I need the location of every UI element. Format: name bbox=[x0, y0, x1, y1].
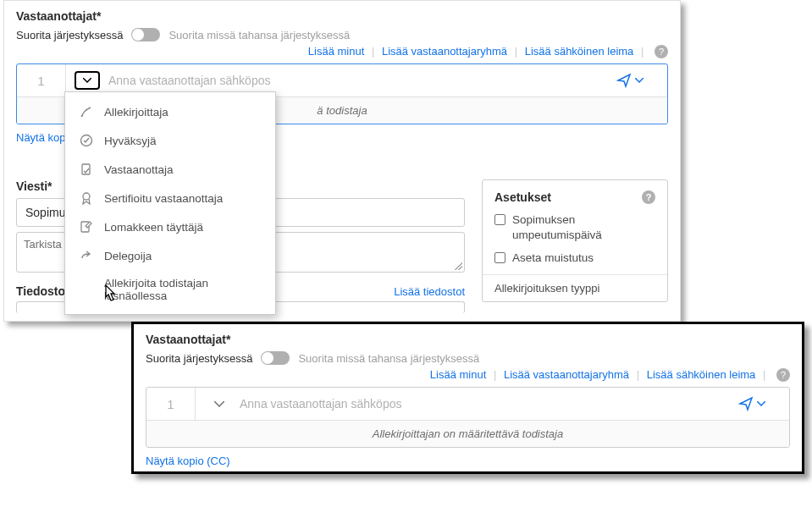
check-circle-icon bbox=[79, 133, 94, 148]
add-seal-link[interactable]: Lisää sähköinen leima bbox=[525, 45, 634, 58]
order-row: Suorita järjestyksessä Suorita missä tah… bbox=[146, 351, 790, 365]
reminder-option[interactable]: Aseta muistutus bbox=[494, 251, 655, 266]
compose-panel-inset: Vastaanottajat* Suorita järjestyksessä S… bbox=[131, 322, 804, 474]
role-option-delegator[interactable]: Delegoija bbox=[65, 241, 275, 270]
recipient-email-input[interactable]: Anna vastaanottajan sähköpos bbox=[108, 74, 616, 87]
role-option-approver[interactable]: Hyväksyjä bbox=[65, 126, 275, 155]
recipient-number: 1 bbox=[17, 64, 66, 96]
expiry-option[interactable]: Sopimuksen umpeutumispäivä bbox=[494, 212, 655, 242]
recipients-label: Vastaanottajat* bbox=[146, 333, 790, 346]
witness-note-row: Allekirjoittajan on määritettävä todista… bbox=[146, 420, 789, 447]
send-icon bbox=[738, 396, 754, 411]
witness-note: Allekirjoittajan on määritettävä todista… bbox=[373, 427, 563, 440]
role-dropdown[interactable] bbox=[75, 71, 100, 90]
role-option-acceptor[interactable]: Vastaanottaja bbox=[65, 155, 275, 184]
role-option-signer[interactable]: Allekirjoittaja bbox=[65, 97, 275, 126]
add-me-link[interactable]: Lisää minut bbox=[430, 368, 486, 381]
pointer-cursor-icon bbox=[100, 284, 119, 304]
auth-method-dropdown[interactable] bbox=[616, 73, 667, 88]
divider bbox=[483, 274, 667, 275]
document-check-icon bbox=[79, 162, 94, 177]
recipient-links: Lisää minut | Lisää vastaanottajaryhmä |… bbox=[16, 45, 668, 58]
help-icon[interactable]: ? bbox=[655, 45, 668, 58]
role-option-certified[interactable]: Sertifioitu vastaanottaja bbox=[65, 184, 275, 212]
recipient-links: Lisää minut | Lisää vastaanottajaryhmä |… bbox=[146, 368, 790, 382]
order-label: Suorita järjestyksessä bbox=[16, 29, 123, 41]
chevron-down-icon bbox=[757, 401, 765, 406]
add-group-link[interactable]: Lisää vastaanottajaryhmä bbox=[382, 45, 507, 58]
witness-note: ä todistaja bbox=[317, 104, 367, 117]
order-toggle[interactable] bbox=[261, 351, 290, 365]
add-me-link[interactable]: Lisää minut bbox=[308, 45, 364, 58]
add-files-link[interactable]: Lisää tiedostot bbox=[394, 285, 465, 298]
role-option-witness[interactable]: Allekirjoita todistajan läsnäollessa bbox=[65, 270, 275, 309]
chevron-down-icon bbox=[83, 78, 91, 83]
auth-method-dropdown[interactable] bbox=[738, 396, 789, 411]
chevron-down-icon bbox=[214, 401, 224, 407]
chevron-down-icon bbox=[635, 78, 644, 83]
help-icon[interactable]: ? bbox=[776, 368, 790, 382]
order-row: Suorita järjestyksessä Suorita missä tah… bbox=[16, 28, 668, 41]
add-seal-link[interactable]: Lisää sähköinen leima bbox=[647, 368, 756, 381]
recipient-box: 1 Anna vastaanottajan sähköpos Allekirjo… bbox=[146, 387, 790, 448]
any-order-label: Suorita missä tahansa järjestyksessä bbox=[298, 352, 479, 365]
pen-icon bbox=[79, 104, 94, 119]
send-icon bbox=[616, 73, 632, 88]
checkbox-icon bbox=[494, 214, 505, 225]
add-group-link[interactable]: Lisää vastaanottajaryhmä bbox=[504, 368, 629, 381]
settings-title: Asetukset bbox=[494, 190, 551, 204]
svg-point-2 bbox=[83, 193, 90, 200]
ribbon-icon bbox=[79, 190, 94, 206]
checkbox-icon bbox=[494, 252, 505, 263]
any-order-label: Suorita missä tahansa järjestyksessä bbox=[168, 29, 350, 41]
order-toggle[interactable] bbox=[131, 28, 160, 41]
order-label: Suorita järjestyksessä bbox=[146, 352, 252, 365]
settings-box: Asetukset ? Sopimuksen umpeutumispäivä A… bbox=[482, 179, 668, 302]
role-dropdown-menu: Allekirjoittaja Hyväksyjä Vastaanottaja … bbox=[64, 91, 276, 315]
help-icon[interactable]: ? bbox=[642, 190, 655, 204]
recipient-row: 1 Anna vastaanottajan sähköpos bbox=[146, 388, 789, 420]
role-option-formfiller[interactable]: Lomakkeen täyttäjä bbox=[65, 212, 275, 241]
role-dropdown[interactable] bbox=[214, 401, 224, 407]
sig-type-label: Allekirjoituksen tyyppi bbox=[494, 282, 655, 295]
document-edit-icon bbox=[79, 219, 94, 234]
forward-arrow-icon bbox=[79, 248, 94, 263]
recipient-email-input[interactable]: Anna vastaanottajan sähköpos bbox=[240, 397, 738, 411]
recipient-number: 1 bbox=[146, 388, 196, 420]
show-cc-link[interactable]: Näytä kopio (CC) bbox=[146, 455, 230, 467]
recipients-label: Vastaanottajat* bbox=[16, 9, 668, 23]
